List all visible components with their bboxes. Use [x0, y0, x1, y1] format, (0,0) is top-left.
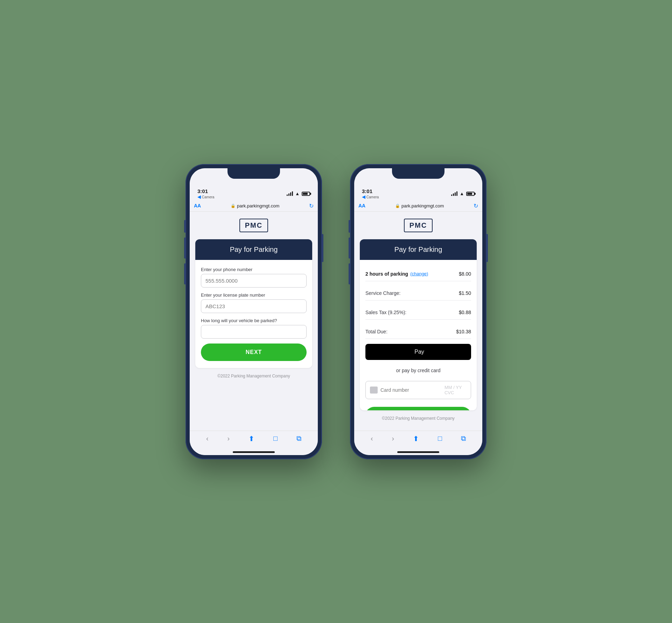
pricing-value-2: $0.88 — [459, 310, 471, 315]
card-body-2: 2 hours of parking (change) $8.00 Servic… — [360, 260, 477, 410]
battery-fill — [303, 193, 308, 195]
phone-1: 3:01 ◀ Camera ▲ — [186, 164, 322, 459]
status-time-left-2: 3:01 ◀ Camera — [362, 188, 379, 199]
back-camera-label: ◀ Camera — [197, 194, 214, 199]
side-buttons-2 — [349, 220, 350, 284]
phone-2: 3:01 ◀ Camera ▲ — [350, 164, 486, 459]
pricing-value-3: $10.38 — [456, 329, 471, 334]
refresh-icon-2[interactable]: ↻ — [474, 203, 478, 209]
scene: 3:01 ◀ Camera ▲ — [164, 143, 507, 480]
lock-icon-2: 🔒 — [395, 204, 400, 208]
browser-aa-2[interactable]: AA — [358, 203, 365, 208]
back-nav-icon-2[interactable]: ‹ — [371, 434, 373, 443]
home-indicator — [190, 448, 318, 455]
card-header: Pay for Parking — [195, 239, 312, 260]
power-button-2 — [486, 234, 488, 262]
status-icons-2: ▲ — [451, 191, 475, 196]
time-2: 3:01 — [362, 188, 379, 194]
home-bar — [233, 451, 275, 453]
back-camera-label-2: ◀ Camera — [362, 194, 379, 199]
main-card: Pay for Parking Enter your phone number … — [195, 239, 312, 368]
silent-switch-2 — [349, 220, 350, 233]
duration-field-group: How long will your vehicle be parked? — [201, 318, 307, 339]
wifi-icon: ▲ — [295, 191, 300, 196]
back-arrow-icon-2: ◀ — [362, 194, 365, 199]
phone-input[interactable] — [201, 274, 307, 288]
status-bar: 3:01 ◀ Camera ▲ — [190, 185, 318, 200]
side-buttons — [184, 220, 186, 284]
volume-up-button — [184, 238, 186, 259]
notch-area-2 — [354, 168, 482, 185]
change-link[interactable]: (change) — [410, 271, 428, 276]
pricing-label-2: Sales Tax (9.25%): — [365, 310, 406, 315]
pricing-row-0: 2 hours of parking (change) $8.00 — [365, 267, 471, 281]
browser-bar-2[interactable]: AA 🔒 park.parkingmgt.com ↻ — [354, 200, 482, 212]
browser-bar[interactable]: AA 🔒 park.parkingmgt.com ↻ — [190, 200, 318, 212]
hours-label: 2 hours of parking — [365, 271, 408, 277]
notch — [227, 168, 280, 179]
forward-nav-icon-2[interactable]: › — [392, 434, 394, 443]
page-content-2: PMC Pay for Parking 2 hours of parking (… — [354, 212, 482, 431]
phone-label: Enter your phone number — [201, 267, 307, 272]
silent-switch — [184, 220, 186, 233]
browser-aa[interactable]: AA — [194, 203, 201, 208]
power-button — [322, 234, 323, 262]
browser-url: 🔒 park.parkingmgt.com — [204, 203, 306, 208]
next-button[interactable]: NEXT — [201, 344, 307, 361]
lock-icon: 🔒 — [231, 204, 236, 208]
pricing-value-0: $8.00 — [459, 271, 471, 277]
phone-screen-2: 3:01 ◀ Camera ▲ — [354, 168, 482, 455]
footer-text: ©2022 Parking Management Company — [217, 368, 290, 381]
battery-icon — [302, 192, 310, 196]
bookmarks-icon-2[interactable]: □ — [438, 434, 442, 443]
home-bar-2 — [397, 451, 439, 453]
refresh-icon[interactable]: ↻ — [309, 203, 314, 209]
status-icons: ▲ — [287, 191, 310, 196]
back-arrow-icon: ◀ — [197, 194, 201, 199]
card-header-2: Pay for Parking — [360, 239, 477, 260]
battery-fill-2 — [467, 193, 472, 195]
card-number-input[interactable] — [380, 387, 442, 393]
forward-nav-icon[interactable]: › — [227, 434, 230, 443]
footer-text-2: ©2022 Parking Management Company — [382, 410, 455, 424]
share-icon-2[interactable]: ⬆ — [413, 434, 419, 443]
pay-button[interactable]: PAY $10.38 — [365, 407, 471, 410]
card-expiry-cvc: MM / YY CVC — [444, 385, 467, 395]
tabs-icon[interactable]: ⧉ — [296, 434, 301, 443]
pricing-label-0: 2 hours of parking (change) — [365, 271, 428, 277]
bottom-nav-2: ‹ › ⬆ □ ⧉ — [354, 431, 482, 448]
status-bar-2: 3:01 ◀ Camera ▲ — [354, 185, 482, 200]
duration-input[interactable] — [201, 325, 307, 339]
volume-down-button — [184, 263, 186, 284]
pricing-row-2: Sales Tax (9.25%): $0.88 — [365, 305, 471, 320]
pricing-row-1: Service Charge: $1.50 — [365, 286, 471, 300]
bottom-nav: ‹ › ⬆ □ ⧉ — [190, 431, 318, 448]
wifi-icon-2: ▲ — [460, 191, 464, 196]
card-input-row[interactable]: MM / YY CVC — [365, 381, 471, 399]
tabs-icon-2[interactable]: ⧉ — [461, 434, 466, 443]
notch-area — [190, 168, 318, 185]
status-time-left: 3:01 ◀ Camera — [197, 188, 214, 199]
plate-label: Enter your license plate number — [201, 292, 307, 298]
bookmarks-icon[interactable]: □ — [273, 434, 278, 443]
share-icon[interactable]: ⬆ — [248, 434, 254, 443]
pricing-label-1: Service Charge: — [365, 290, 400, 296]
apple-pay-label: Pay — [414, 349, 424, 355]
page-content: PMC Pay for Parking Enter your phone num… — [190, 212, 318, 431]
apple-pay-button[interactable]: Pay — [365, 344, 471, 360]
volume-down-button-2 — [349, 263, 350, 284]
pmc-logo-2: PMC — [404, 219, 433, 232]
pmc-logo: PMC — [239, 219, 268, 232]
signal-icon-2 — [451, 192, 457, 196]
volume-up-button-2 — [349, 238, 350, 259]
or-text: or pay by credit card — [365, 368, 471, 373]
browser-url-2: 🔒 park.parkingmgt.com — [368, 203, 471, 208]
back-nav-icon[interactable]: ‹ — [206, 434, 209, 443]
pricing-value-1: $1.50 — [459, 290, 471, 296]
notch-2 — [392, 168, 444, 179]
battery-icon-2 — [466, 192, 475, 196]
plate-input[interactable] — [201, 299, 307, 313]
signal-icon — [287, 192, 293, 196]
phone-field-group: Enter your phone number — [201, 267, 307, 288]
phone-screen: 3:01 ◀ Camera ▲ — [190, 168, 318, 455]
